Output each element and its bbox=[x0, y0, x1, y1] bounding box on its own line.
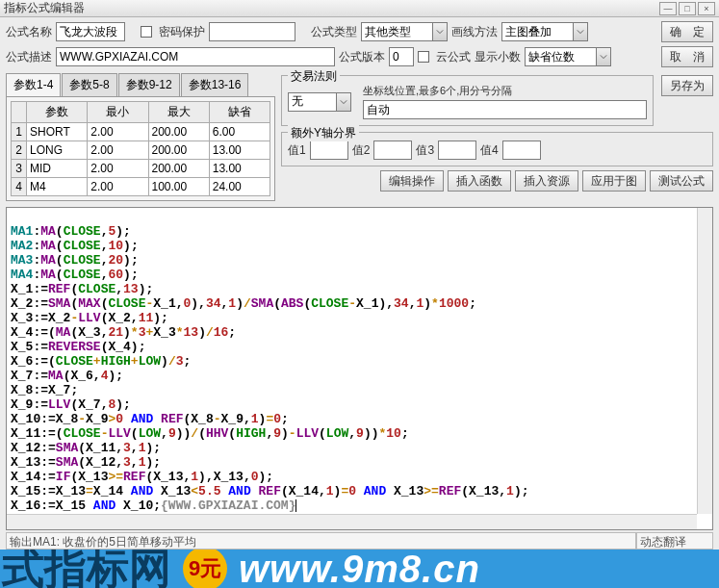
param-tabs: 参数1-4 参数5-8 参数9-12 参数13-16 bbox=[6, 73, 275, 96]
table-row: 1 bbox=[12, 123, 270, 141]
status-left: 输出MA1: 收盘价的5日简单移动平均 bbox=[6, 532, 636, 550]
formula-name-input[interactable] bbox=[56, 22, 125, 41]
cancel-button[interactable]: 取 消 bbox=[661, 46, 713, 67]
test-button[interactable]: 测试公式 bbox=[650, 170, 713, 192]
code-editor[interactable]: MA1:MA(CLOSE,5); MA2:MA(CLOSE,10); MA3:M… bbox=[6, 207, 713, 530]
chevron-down-icon[interactable] bbox=[432, 22, 448, 41]
legend-yaxis: 额外Y轴分界 bbox=[288, 125, 359, 141]
label-cloud: 云公式 bbox=[436, 49, 471, 65]
table-row: 2 bbox=[12, 141, 270, 160]
label-draw: 画线方法 bbox=[451, 24, 498, 40]
rule-auto-input[interactable] bbox=[363, 100, 647, 119]
coin-icon: 9元 bbox=[183, 550, 227, 588]
y3-input[interactable] bbox=[438, 141, 476, 160]
legend-rule: 交易法则 bbox=[288, 68, 340, 85]
text-cursor bbox=[295, 499, 296, 512]
tab-params-13-16[interactable]: 参数13-16 bbox=[181, 73, 249, 96]
banner-left: 式指标网 bbox=[0, 550, 171, 588]
formula-type-combo[interactable] bbox=[361, 22, 448, 41]
apply-button[interactable]: 应用于图 bbox=[582, 170, 646, 192]
minimize-button[interactable]: — bbox=[659, 2, 677, 15]
label-pwd: 密码保护 bbox=[159, 24, 205, 40]
version-input[interactable] bbox=[389, 47, 414, 66]
edit-op-button[interactable]: 编辑操作 bbox=[380, 170, 444, 192]
y4-input[interactable] bbox=[502, 141, 541, 160]
insert-fn-button[interactable]: 插入函数 bbox=[448, 170, 511, 192]
password-checkbox[interactable] bbox=[141, 26, 152, 38]
scrollbar-horizontal[interactable] bbox=[7, 514, 697, 529]
status-right: 动态翻译 bbox=[636, 532, 713, 550]
tab-params-9-12[interactable]: 参数9-12 bbox=[118, 73, 180, 96]
label-name: 公式名称 bbox=[6, 24, 52, 40]
tab-params-5-8[interactable]: 参数5-8 bbox=[62, 73, 116, 96]
label-desc: 公式描述 bbox=[6, 49, 52, 65]
param-name[interactable] bbox=[30, 125, 84, 139]
col-def: 缺省 bbox=[209, 102, 270, 123]
chevron-down-icon[interactable] bbox=[596, 47, 611, 66]
table-row: 4 bbox=[12, 178, 270, 196]
window-title: 指标公式编辑器 bbox=[4, 0, 657, 16]
chevron-down-icon[interactable] bbox=[573, 22, 588, 41]
banner-url: www.9m8.cn bbox=[239, 550, 719, 588]
param-max[interactable] bbox=[152, 125, 206, 139]
label-version: 公式版本 bbox=[339, 49, 385, 65]
cloud-checkbox[interactable] bbox=[418, 51, 429, 63]
insert-res-button[interactable]: 插入资源 bbox=[515, 170, 578, 192]
label-type: 公式类型 bbox=[311, 24, 357, 40]
col-min: 最小 bbox=[88, 102, 148, 123]
footer-banner: 式指标网 9元 www.9m8.cn bbox=[0, 550, 719, 588]
col-max: 最大 bbox=[148, 102, 209, 123]
decimal-combo[interactable] bbox=[525, 47, 611, 66]
chevron-down-icon[interactable] bbox=[336, 92, 351, 112]
param-min[interactable] bbox=[90, 125, 144, 139]
rule-combo[interactable] bbox=[288, 92, 351, 112]
table-row: 3 bbox=[12, 160, 270, 178]
label-decimal: 显示小数 bbox=[475, 49, 521, 65]
maximize-button[interactable]: □ bbox=[679, 2, 696, 15]
param-table: 参数 最小 最大 缺省 1 2 3 bbox=[11, 101, 270, 196]
draw-method-combo[interactable] bbox=[501, 22, 588, 41]
close-button[interactable]: × bbox=[698, 2, 715, 15]
col-param: 参数 bbox=[27, 102, 88, 123]
tab-params-1-4[interactable]: 参数1-4 bbox=[6, 73, 61, 96]
y1-input[interactable] bbox=[310, 141, 348, 160]
y2-input[interactable] bbox=[373, 141, 412, 160]
title-bar: 指标公式编辑器 — □ × bbox=[0, 0, 719, 17]
saveas-button[interactable]: 另存为 bbox=[661, 75, 713, 96]
rule-hint: 坐标线位置,最多6个,用分号分隔 bbox=[363, 84, 647, 98]
formula-desc-input[interactable] bbox=[56, 47, 335, 66]
password-input[interactable] bbox=[209, 22, 295, 41]
scrollbar-vertical[interactable] bbox=[697, 208, 712, 514]
param-def[interactable] bbox=[213, 125, 267, 139]
ok-button[interactable]: 确 定 bbox=[661, 21, 713, 42]
